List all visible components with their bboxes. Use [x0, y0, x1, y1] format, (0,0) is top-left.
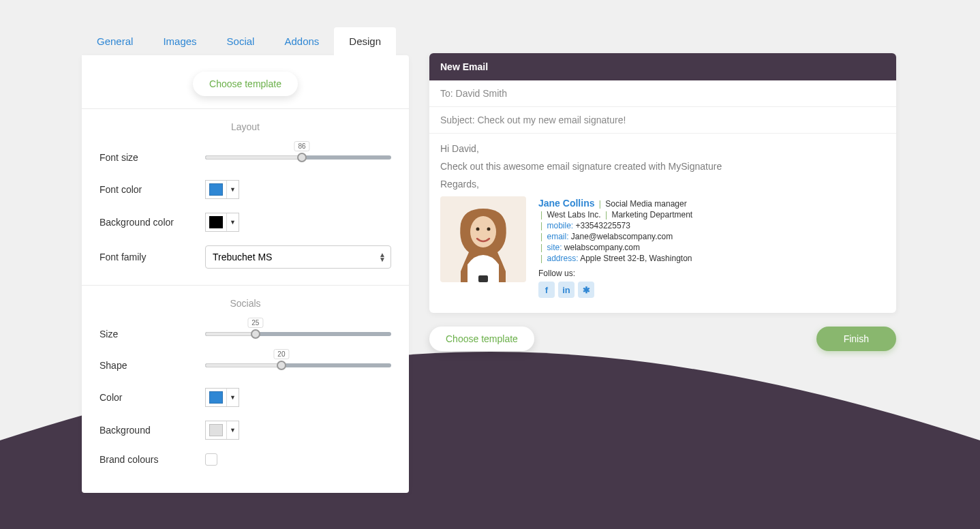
dropdown-icon: ▼	[226, 421, 239, 439]
svg-rect-5	[478, 275, 488, 282]
email-regards: Regards,	[440, 179, 885, 190]
dropdown-icon: ▼	[226, 389, 239, 406]
socials-size-slider[interactable]: 25	[205, 325, 391, 343]
font-family-select[interactable]: Trebuchet MS	[205, 245, 391, 269]
socials-color-picker[interactable]: ▼	[205, 388, 239, 407]
signature-email-key: email:	[547, 232, 568, 241]
preview-panel: New Email To: David Smith Subject: Check…	[429, 53, 896, 351]
signature-address-key: address:	[547, 254, 578, 263]
font-family-label: Font family	[99, 252, 205, 262]
bg-color-picker[interactable]: ▼	[205, 213, 239, 232]
signature-address-val: Apple Street 32-B, Washington	[580, 254, 692, 263]
font-color-swatch	[209, 183, 223, 196]
font-color-picker[interactable]: ▼	[205, 180, 239, 199]
svg-point-2	[470, 216, 496, 247]
font-size-label: Font size	[99, 152, 205, 163]
socials-shape-label: Shape	[99, 360, 205, 371]
signature-name: Jane Collins	[538, 198, 594, 209]
socials-bg-swatch	[209, 424, 223, 436]
socials-color-swatch	[209, 391, 223, 404]
email-greeting: Hi David,	[440, 143, 885, 154]
tab-design[interactable]: Design	[334, 27, 396, 55]
follow-us-label: Follow us:	[538, 269, 692, 278]
asterisk-icon[interactable]: ✱	[578, 282, 594, 298]
tab-images[interactable]: Images	[148, 27, 211, 55]
email-preview: New Email To: David Smith Subject: Check…	[429, 53, 896, 313]
socials-bg-picker[interactable]: ▼	[205, 421, 239, 440]
socials-shape-slider[interactable]: 20	[205, 357, 391, 374]
email-header: New Email	[429, 53, 896, 80]
panel-body: Choose template Layout Font size 86 Font…	[82, 55, 409, 493]
signature-company: West Labs Inc.	[547, 210, 600, 220]
brand-colours-checkbox[interactable]	[205, 453, 217, 466]
tab-general[interactable]: General	[82, 27, 148, 55]
linkedin-icon[interactable]: in	[558, 282, 575, 298]
facebook-icon[interactable]: f	[538, 282, 555, 298]
email-body-text: Check out this awesome email signature c…	[440, 161, 885, 172]
signature-mobile-key: mobile:	[547, 221, 573, 230]
tab-addons[interactable]: Addons	[269, 27, 334, 55]
socials-size-label: Size	[99, 329, 205, 339]
socials-bg-label: Background	[99, 425, 205, 436]
bg-color-label: Background color	[99, 217, 205, 228]
svg-point-3	[476, 228, 480, 231]
socials-color-label: Color	[99, 392, 205, 403]
tab-bar: General Images Social Addons Design	[82, 27, 409, 55]
svg-point-4	[487, 228, 491, 231]
signature-mobile-val: +33543225573	[576, 221, 630, 230]
signature-block: Jane Collins | Social Media manager | We…	[440, 196, 885, 298]
font-size-slider[interactable]: 86	[205, 149, 391, 166]
dropdown-icon: ▼	[226, 181, 239, 198]
font-color-label: Font color	[99, 184, 205, 195]
choose-template-button[interactable]: Choose template	[193, 72, 298, 96]
tab-social[interactable]: Social	[212, 27, 270, 55]
bg-color-swatch	[209, 216, 223, 228]
choose-template-button-bottom[interactable]: Choose template	[429, 327, 534, 351]
signature-photo	[440, 196, 526, 282]
signature-site-val: welabscompany.com	[564, 243, 640, 252]
socials-section-title: Socials	[82, 286, 409, 318]
layout-section-title: Layout	[82, 109, 409, 142]
signature-site-key: site:	[547, 243, 562, 252]
email-to-row: To: David Smith	[429, 80, 896, 107]
dropdown-icon: ▼	[226, 213, 239, 231]
signature-department: Marketing Department	[611, 210, 692, 220]
brand-colours-label: Brand colours	[99, 454, 205, 465]
design-panel: General Images Social Addons Design Choo…	[82, 27, 409, 493]
finish-button[interactable]: Finish	[816, 327, 896, 351]
email-subject-row: Subject: Check out my new email signatur…	[429, 107, 896, 134]
signature-title: Social Media manager	[605, 199, 686, 209]
signature-email-val: Jane@welabscompany.com	[571, 232, 673, 241]
